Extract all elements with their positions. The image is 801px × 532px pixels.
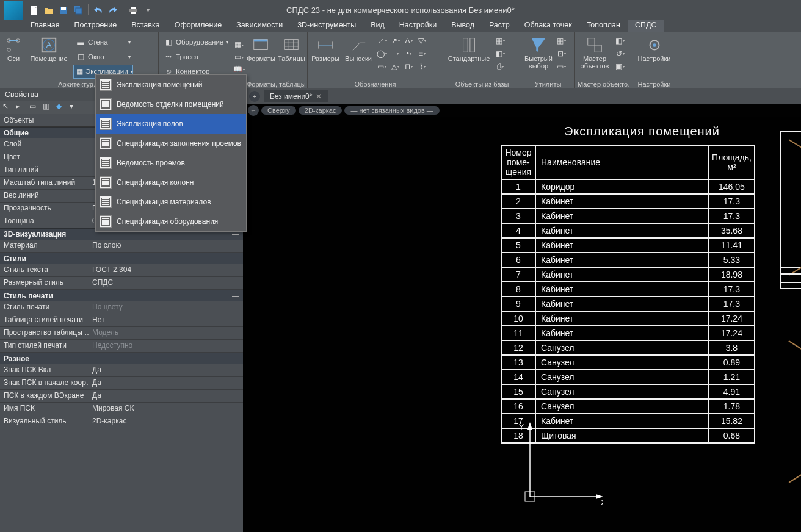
qselect-button[interactable]: Быстрый выбор bbox=[524, 34, 553, 80]
prop-row[interactable]: Размерный стильСПДС bbox=[0, 277, 243, 290]
bc-chip[interactable]: 2D-каркас bbox=[299, 106, 343, 115]
redo-icon[interactable] bbox=[107, 4, 119, 16]
dd-label: Спецификация колонн bbox=[117, 178, 194, 187]
tab-Зависимости[interactable]: Зависимости bbox=[229, 20, 290, 32]
prop-row[interactable]: Стиль текстаГОСТ 2.304 bbox=[0, 264, 243, 277]
undo-icon[interactable] bbox=[92, 4, 104, 16]
prop-row[interactable]: ПСК в каждом ВЭкранеДа bbox=[0, 390, 243, 403]
document-tab[interactable]: Без имени0*✕ bbox=[264, 90, 328, 102]
prop-row[interactable]: Знак ПСК в начале коор…Да bbox=[0, 377, 243, 390]
dd-label: Спецификация материалов bbox=[117, 198, 211, 206]
save-icon[interactable] bbox=[57, 4, 70, 16]
leaders-button[interactable]: Выноски bbox=[343, 34, 374, 80]
ptool-box-icon[interactable]: ▥ bbox=[43, 102, 55, 113]
prop-row[interactable]: Таблица стилей печатиНет bbox=[0, 314, 243, 327]
document-tabs: + Без имени0*✕ bbox=[243, 88, 801, 104]
svg-point-34 bbox=[653, 43, 656, 47]
dd-item[interactable]: Ведомость проемов bbox=[96, 153, 246, 173]
prop-row[interactable]: Имя ПСКМировая СК bbox=[0, 403, 243, 415]
bc-chip[interactable]: — нет связанных видов — bbox=[344, 106, 439, 115]
dd-item[interactable]: Спецификация оборудования bbox=[96, 212, 246, 231]
tab-СПДС[interactable]: СПДС bbox=[628, 20, 664, 32]
qat-more-icon[interactable]: ▾ bbox=[142, 4, 154, 16]
bc-chip[interactable]: Сверху bbox=[261, 106, 296, 115]
standard-button[interactable]: Стандартные bbox=[446, 34, 492, 80]
settings-button[interactable]: Настройки bbox=[635, 34, 673, 80]
ptool-cursor-icon[interactable]: ▸ bbox=[16, 102, 28, 113]
dd-item[interactable]: Экспликация полов bbox=[96, 114, 246, 134]
window-button[interactable]: ◫Окно▾ bbox=[73, 50, 133, 64]
spec-icon bbox=[100, 215, 112, 228]
window-title: СПДС 23 - не для коммерческого использов… bbox=[286, 5, 515, 15]
bc-back-icon[interactable]: ← bbox=[248, 105, 259, 116]
dd-item[interactable]: Спецификация материалов bbox=[96, 192, 246, 212]
table-row: 12Санузел3.8 bbox=[501, 340, 755, 355]
close-icon[interactable]: ✕ bbox=[316, 92, 322, 101]
formats-button[interactable]: Форматы bbox=[247, 34, 275, 80]
new-icon[interactable] bbox=[28, 4, 40, 16]
view-breadcrumb: ← Сверху 2D-каркас — нет связанных видов… bbox=[243, 104, 801, 117]
svg-rect-29 bbox=[463, 38, 468, 52]
wall-button[interactable]: ▬Стена▾ bbox=[73, 35, 133, 49]
tab-Растр[interactable]: Растр bbox=[482, 20, 517, 32]
dd-item[interactable]: Экспликация помещений bbox=[96, 75, 246, 95]
tab-Настройки[interactable]: Настройки bbox=[392, 20, 444, 32]
svg-rect-18 bbox=[254, 40, 268, 42]
table-row: 16Санузел1.78 bbox=[501, 399, 755, 414]
prop-row[interactable]: Пространство таблицы …Модель bbox=[0, 327, 243, 340]
table-row: 10Кабинет17.24 bbox=[501, 311, 755, 326]
tab-Топоплан[interactable]: Топоплан bbox=[579, 20, 628, 32]
extra-icon[interactable]: ▦ bbox=[233, 39, 245, 51]
extra-icon[interactable]: 📖 bbox=[233, 63, 245, 75]
route-button[interactable]: ⤳Трасса bbox=[161, 50, 231, 64]
spec-icon bbox=[100, 157, 112, 169]
tab-Облака точек[interactable]: Облака точек bbox=[517, 20, 579, 32]
ptool-arrow-icon[interactable]: ↖ bbox=[2, 102, 15, 113]
dd-item[interactable]: Спецификация заполнения проемов bbox=[96, 134, 246, 153]
ptool-layers-icon[interactable]: ◆ bbox=[56, 102, 68, 113]
spec-icon bbox=[100, 196, 112, 208]
objmaster-button[interactable]: Мастер объектов bbox=[578, 34, 612, 80]
drawing-space[interactable]: Экспликация помещений Номер поме-щения Н… bbox=[243, 117, 801, 532]
saveall-icon[interactable] bbox=[72, 4, 84, 16]
tab-Построение[interactable]: Построение bbox=[67, 20, 125, 32]
tab-Главная[interactable]: Главная bbox=[23, 20, 67, 32]
tab-Вывод[interactable]: Вывод bbox=[444, 20, 482, 32]
prop-row[interactable]: Знак ПСК ВклДа bbox=[0, 364, 243, 377]
open-icon[interactable] bbox=[43, 4, 55, 16]
table-row: 3Кабинет17.3 bbox=[501, 209, 755, 223]
prop-row[interactable]: Визуальный стиль2D-каркас bbox=[0, 415, 243, 428]
extra-icon[interactable]: ▭ bbox=[233, 51, 245, 63]
print-icon[interactable] bbox=[127, 4, 139, 16]
dimensions-button[interactable]: Размеры bbox=[310, 34, 341, 80]
tables-button[interactable]: Таблицы bbox=[278, 34, 305, 80]
axes-button[interactable]: Оси bbox=[2, 34, 24, 80]
prop-row[interactable]: Стиль печатиПо цвету bbox=[0, 301, 243, 314]
drawing-canvas[interactable]: + Без имени0*✕ ← Сверху 2D-каркас — нет … bbox=[243, 88, 801, 532]
th-area: Площадь, м² bbox=[709, 145, 755, 179]
table-row: 13Санузел0.89 bbox=[501, 355, 755, 370]
tab-Вставка[interactable]: Вставка bbox=[124, 20, 167, 32]
equip-button[interactable]: ◧Оборудование▾ bbox=[161, 35, 231, 49]
prop-row[interactable]: МатериалПо слою bbox=[0, 240, 243, 253]
table-row: 8Кабинет17.3 bbox=[501, 282, 755, 297]
group-label-annot: Обозначения bbox=[310, 80, 440, 88]
prop-row[interactable]: Тип стилей печатиНедоступно bbox=[0, 340, 243, 353]
prop-section[interactable]: Разное bbox=[0, 353, 243, 364]
dd-item[interactable]: Ведомость отделки помещений bbox=[96, 95, 246, 114]
ptool-dsel-icon[interactable]: ▭ bbox=[29, 102, 42, 113]
tab-3D-инструменты[interactable]: 3D-инструменты bbox=[290, 20, 363, 32]
ptool-more-icon[interactable]: ▾ bbox=[70, 102, 82, 113]
prop-section[interactable]: Стили bbox=[0, 253, 243, 264]
table-row: 7Кабинет18.98 bbox=[501, 267, 755, 282]
floor-plan: Кабинет17,3 Кабинет17,3 bbox=[780, 131, 801, 503]
tab-Оформление[interactable]: Оформление bbox=[167, 20, 230, 32]
doc-add-icon[interactable]: + bbox=[249, 91, 260, 102]
prop-section[interactable]: Стиль печати bbox=[0, 290, 243, 301]
dd-item[interactable]: Спецификация колонн bbox=[96, 173, 246, 192]
tab-Вид[interactable]: Вид bbox=[363, 20, 392, 32]
table-row: 15Санузел4.91 bbox=[501, 384, 755, 399]
app-logo[interactable] bbox=[4, 1, 23, 20]
room-button[interactable]: AПомещение bbox=[27, 34, 71, 80]
explications-dropdown: Экспликация помещенийВедомость отделки п… bbox=[95, 74, 247, 232]
